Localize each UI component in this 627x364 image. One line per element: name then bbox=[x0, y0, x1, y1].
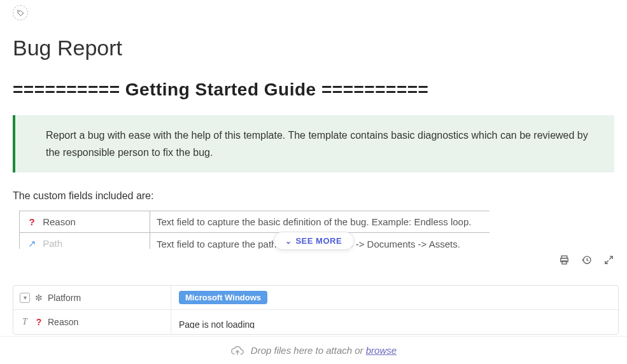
custom-fields-subhead: The custom fields included are: bbox=[13, 190, 614, 202]
question-mark-icon: ? bbox=[26, 216, 38, 227]
see-more-button[interactable]: ⌄ SEE MORE bbox=[273, 232, 354, 250]
table-row: ? Reason Text field to capture the basic… bbox=[20, 211, 490, 233]
question-mark-icon: ? bbox=[34, 317, 44, 327]
expand-icon[interactable] bbox=[603, 255, 614, 265]
cloud-upload-icon bbox=[230, 344, 244, 358]
details-row-reason: T ? Reason Page is not loading bbox=[13, 310, 618, 334]
page-title: Bug Report bbox=[13, 36, 614, 60]
info-table: ? Reason Text field to capture the basic… bbox=[19, 211, 490, 249]
field-name: Reason bbox=[43, 216, 76, 227]
browse-link[interactable]: browse bbox=[366, 345, 397, 356]
chevron-down-icon: ⌄ bbox=[285, 237, 292, 246]
platform-pill[interactable]: Microsoft Windows bbox=[179, 291, 267, 304]
attachment-dropzone[interactable]: Drop files here to attach or browse bbox=[0, 336, 627, 364]
tag-button[interactable] bbox=[13, 5, 28, 20]
history-icon[interactable] bbox=[581, 255, 592, 265]
print-icon[interactable] bbox=[559, 255, 570, 265]
see-more-label: SEE MORE bbox=[295, 236, 342, 246]
dropzone-text: Drop files here to attach or bbox=[251, 345, 366, 356]
gear-icon: ✼ bbox=[34, 293, 44, 303]
field-label: Platform bbox=[48, 293, 81, 303]
info-table-clip: ? Reason Text field to capture the basic… bbox=[19, 211, 490, 249]
dropdown-type-icon: ▾ bbox=[20, 293, 30, 303]
field-value-reason[interactable]: Page is not loading bbox=[171, 316, 618, 328]
intro-callout: Report a bug with ease with the help of … bbox=[13, 115, 614, 172]
doc-toolbar bbox=[559, 255, 614, 265]
guide-heading: ========== Getting Started Guide =======… bbox=[13, 80, 614, 100]
text-type-icon: T bbox=[20, 317, 30, 327]
field-label: Reason bbox=[48, 317, 78, 327]
details-row-platform: ▾ ✼ Platform Microsoft Windows bbox=[13, 286, 618, 310]
details-panel: ▾ ✼ Platform Microsoft Windows T ? Reaso… bbox=[13, 285, 619, 335]
field-desc: Text field to capture the basic definiti… bbox=[150, 211, 490, 233]
field-value-platform[interactable]: Microsoft Windows bbox=[171, 287, 618, 308]
tag-icon bbox=[17, 9, 25, 17]
table-row: ↗ Path Text field to capture the path. E… bbox=[20, 233, 490, 249]
svg-point-0 bbox=[18, 11, 19, 11]
arrow-icon: ↗ bbox=[26, 238, 38, 249]
field-name: Path bbox=[43, 238, 62, 249]
